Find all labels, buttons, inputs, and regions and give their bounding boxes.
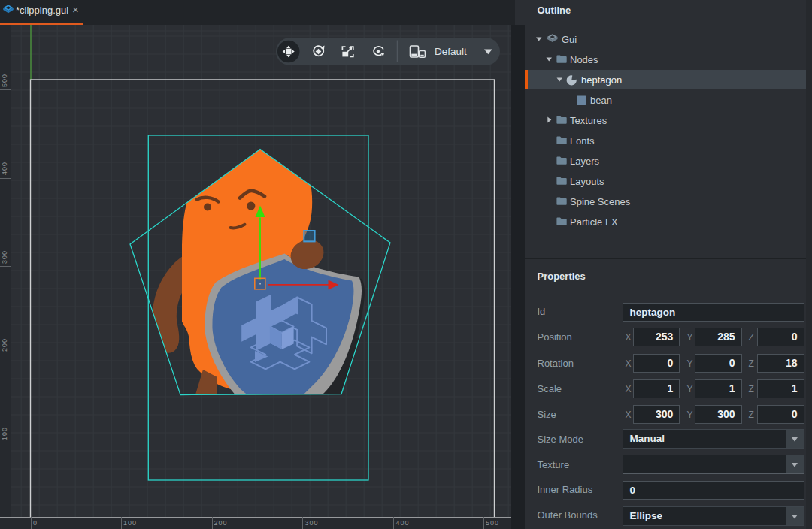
svg-text:Default: Default	[435, 46, 467, 57]
